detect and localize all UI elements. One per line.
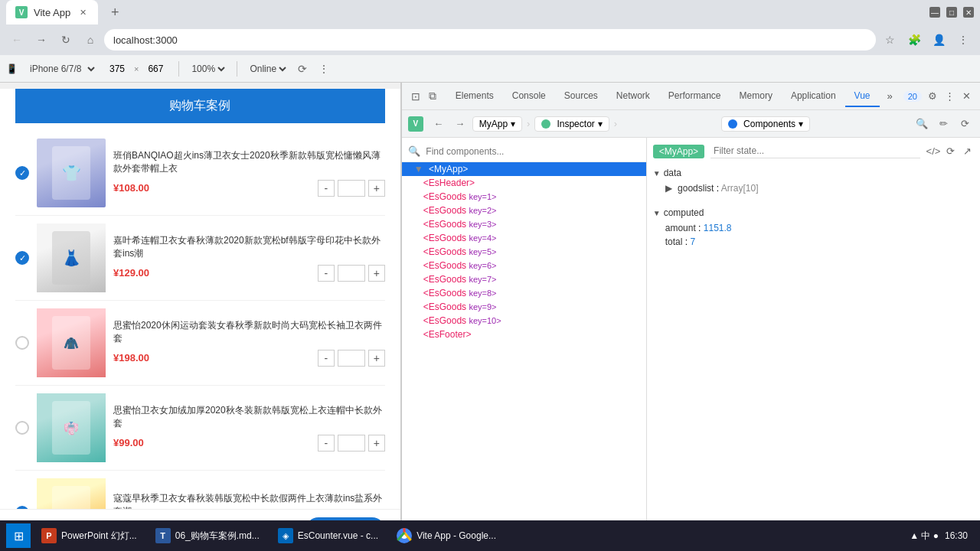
inspector-reload-button[interactable]: ⟳ [943,145,957,158]
home-button[interactable]: ⌂ [80,29,101,51]
tree-item-esgoods-5[interactable]: <EsGoods key=5> [402,245,646,259]
vscode-icon: ◈ [278,528,293,543]
taskbar-md-label: 06_购物车案例.md... [175,530,260,543]
tree-item-myapp[interactable]: ▼ <MyApp> [402,162,646,176]
taskbar-item-chrome[interactable]: Vite App - Google... [389,523,504,548]
maximize-button[interactable]: □ [946,7,957,18]
qty-value-4[interactable] [338,435,365,452]
taskbar-item-md[interactable]: T 06_购物车案例.md... [148,523,267,548]
inspector-selector[interactable]: Inspector ▾ [534,116,609,132]
vue-devtools-bar: V ← → MyApp ▾ › Inspector ▾ › Components [402,110,980,138]
forward-button[interactable]: → [31,29,52,51]
components-arrow: ▾ [799,119,803,129]
computed-amount: amount : 1151.8 [653,221,974,235]
item-image-4: 👘 [37,393,106,462]
qty-decrease-3[interactable]: - [318,350,335,367]
qty-increase-2[interactable]: + [368,265,385,282]
qty-decrease-4[interactable]: - [318,435,335,452]
component-search-input[interactable] [426,146,579,157]
tree-item-esfooter[interactable]: <EsFooter> [402,328,646,341]
devtools-header: ⊡ ⧉ Elements Console Sources Network Per… [402,83,980,110]
qty-value-3[interactable] [338,350,365,367]
vue-forward-button[interactable]: → [451,115,469,133]
components-button[interactable]: Components ▾ [721,116,810,132]
zoom-selector[interactable]: 100% [188,63,227,75]
extensions-button[interactable]: 🧩 [903,29,925,51]
inspector-external-button[interactable]: ↗ [960,145,974,158]
tab-network[interactable]: Network [607,86,659,107]
back-button[interactable]: ← [6,29,28,51]
rotate-button[interactable]: ⟳ [295,61,310,77]
tree-item-esgoods-3[interactable]: <EsGoods key=3> [402,217,646,231]
item-checkbox-3[interactable] [15,336,29,350]
qty-increase-3[interactable]: + [368,350,385,367]
qty-decrease-1[interactable]: - [318,180,335,197]
reload-button[interactable]: ↻ [55,29,77,51]
goodslist-toggle[interactable]: ▶ [665,183,672,194]
tree-item-esgoods-7[interactable]: <EsGoods key=7> [402,272,646,286]
devtools-options-button[interactable]: ⋮ [942,89,957,104]
qty-decrease-2[interactable]: - [318,265,335,282]
tab-sources[interactable]: Sources [555,86,607,107]
tree-item-esgoods-10[interactable]: <EsGoods key=10> [402,314,646,328]
qty-value-1[interactable] [338,180,365,197]
tab-performance[interactable]: Performance [659,86,730,107]
tab-close-button[interactable]: ✕ [77,6,89,18]
bookmark-button[interactable]: ☆ [879,29,900,51]
tab-console[interactable]: Console [503,86,555,107]
qty-increase-1[interactable]: + [368,180,385,197]
data-section-header[interactable]: ▼ data [653,165,974,181]
devtools-close-button[interactable]: ✕ [959,89,974,104]
minimize-button[interactable]: — [929,7,940,18]
devtools-badge: 20 [903,91,922,102]
close-window-button[interactable]: ✕ [963,7,974,18]
inspector-edit-button[interactable]: </> [926,145,940,158]
item-checkbox-2[interactable] [15,251,29,265]
vue-inspect-button[interactable]: 🔍 [913,115,931,133]
taskbar-item-powerpoint[interactable]: P PowerPoint 幻灯... [34,523,145,548]
network-selector[interactable]: Online [247,63,289,75]
new-tab-button[interactable]: + [104,2,126,23]
qty-increase-4[interactable]: + [368,435,385,452]
tree-item-esgoods-4[interactable]: <EsGoods key=4> [402,231,646,245]
devtools-dock-button[interactable]: ⊡ [408,89,423,104]
item-qty-4: - + [318,435,385,452]
width-input[interactable] [103,64,131,74]
height-input[interactable] [142,64,169,74]
tree-item-esgoods-2[interactable]: <EsGoods key=2> [402,204,646,217]
device-selector[interactable]: iPhone 6/7/8 [24,61,97,77]
item-checkbox-1[interactable] [15,166,29,180]
devtools-more-button[interactable]: » [883,87,897,105]
computed-section-header[interactable]: ▼ computed [653,204,974,221]
tree-item-esheader[interactable]: <EsHeader> [402,176,646,190]
tree-item-esgoods-8[interactable]: <EsGoods key=8> [402,286,646,300]
menu-button[interactable]: ⋮ [952,29,974,51]
app-selector[interactable]: MyApp ▾ [472,116,522,132]
computed-total: total : 7 [653,235,974,249]
tab-memory[interactable]: Memory [730,86,782,107]
browser-tab[interactable]: V Vite App ✕ [6,0,98,24]
more-options-button[interactable]: ⋮ [316,61,332,77]
qty-value-2[interactable] [338,265,365,282]
tab-application[interactable]: Application [782,86,845,107]
settings-button[interactable]: ⚙ [925,89,940,104]
profile-button[interactable]: 👤 [928,29,949,51]
tree-item-esgoods-1[interactable]: <EsGoods key=1> [402,190,646,204]
item-checkbox-4[interactable] [15,421,29,435]
vue-edit-button[interactable]: ✏ [934,115,952,133]
devtools-undock-button[interactable]: ⧉ [425,89,440,104]
filter-state-input[interactable] [710,144,920,158]
app-selector-label: MyApp [479,119,508,129]
start-button[interactable]: ⊞ [6,523,31,548]
chrome-icon [397,528,412,543]
taskbar-item-vscode[interactable]: ◈ EsCounter.vue - c... [270,523,386,548]
vue-refresh-button[interactable]: ⟳ [956,115,974,133]
inspector-panel: <MyApp> </> ⟳ ↗ ▼ data [647,138,980,551]
address-bar[interactable]: localhost:3000 [104,29,876,51]
item-info-4: 思蜜怡卫衣女加绒加厚2020秋冬装新款韩版宽松上衣连帽中长款外套 99.00 -… [113,404,385,452]
tab-vue[interactable]: Vue [845,86,880,107]
tab-elements[interactable]: Elements [446,86,503,107]
tree-item-esgoods-9[interactable]: <EsGoods key=9> [402,300,646,314]
vue-back-button[interactable]: ← [430,115,448,133]
tree-item-esgoods-6[interactable]: <EsGoods key=6> [402,259,646,272]
